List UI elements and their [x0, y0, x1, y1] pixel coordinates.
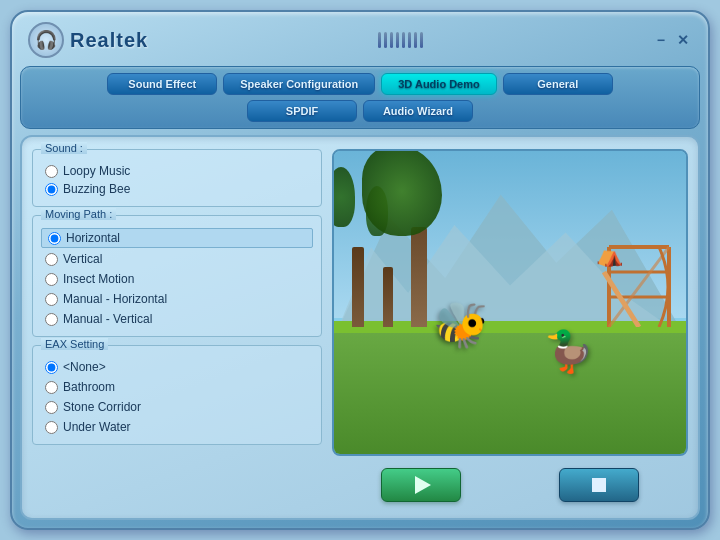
grip-line — [384, 32, 387, 48]
play-icon — [415, 476, 431, 494]
moving-path-title: Moving Path : — [41, 208, 116, 220]
radio-insect-motion-label: Insect Motion — [63, 272, 134, 286]
sound-group: Sound : Loopy Music Buzzing Bee — [32, 149, 322, 207]
scene-tree-trunk-3 — [411, 227, 427, 327]
radio-stone-corridor-label: Stone Corridor — [63, 400, 141, 414]
scene-tree-foliage-3 — [362, 149, 442, 236]
radio-manual-horizontal-label: Manual - Horizontal — [63, 292, 167, 306]
close-button[interactable]: ✕ — [674, 32, 692, 48]
grip-line — [378, 32, 381, 48]
tab-audio-wizard[interactable]: Audio Wizard — [363, 100, 473, 122]
tab-general[interactable]: General — [503, 73, 613, 95]
moving-path-group: Moving Path : Horizontal Vertical Insect… — [32, 215, 322, 337]
scene-container: 🐝 🦆 — [332, 149, 688, 456]
radio-manual-horizontal-input[interactable] — [45, 293, 58, 306]
radio-buzzing-bee[interactable]: Buzzing Bee — [41, 180, 313, 198]
radio-insect-motion-input[interactable] — [45, 273, 58, 286]
logo-icon: 🎧 — [28, 22, 64, 58]
radio-under-water-input[interactable] — [45, 421, 58, 434]
main-content: Sound : Loopy Music Buzzing Bee Moving P… — [20, 135, 700, 520]
main-window: 🎧 Realtek − ✕ Sound Effect Speaker Confi… — [10, 10, 710, 530]
radio-vertical-input[interactable] — [45, 253, 58, 266]
titlebar-grip — [148, 32, 654, 48]
radio-bathroom[interactable]: Bathroom — [41, 378, 313, 396]
stop-button[interactable] — [559, 468, 639, 502]
controls-row — [332, 464, 688, 506]
radio-horizontal-label: Horizontal — [66, 231, 120, 245]
radio-stone-corridor[interactable]: Stone Corridor — [41, 398, 313, 416]
radio-buzzing-bee-input[interactable] — [45, 183, 58, 196]
grip-line — [402, 32, 405, 48]
radio-bathroom-label: Bathroom — [63, 380, 115, 394]
scene-umbrella: ⛺ — [596, 242, 623, 268]
scene-tree-trunk-2 — [383, 267, 393, 327]
radio-vertical-label: Vertical — [63, 252, 102, 266]
logo-text: Realtek — [70, 29, 148, 52]
radio-none-label: <None> — [63, 360, 106, 374]
radio-none-input[interactable] — [45, 361, 58, 374]
radio-loopy-music[interactable]: Loopy Music — [41, 162, 313, 180]
titlebar: 🎧 Realtek − ✕ — [20, 18, 700, 62]
grip-line — [420, 32, 423, 48]
grip-line — [408, 32, 411, 48]
radio-buzzing-bee-label: Buzzing Bee — [63, 182, 130, 196]
radio-loopy-music-input[interactable] — [45, 165, 58, 178]
bee-character: 🐝 — [433, 299, 488, 351]
radio-under-water-label: Under Water — [63, 420, 131, 434]
tabbar-row2: SPDIF Audio Wizard — [29, 100, 691, 122]
titlebar-controls: − ✕ — [654, 32, 692, 48]
logo-area: 🎧 Realtek — [28, 22, 148, 58]
tabbar-row1: Sound Effect Speaker Configuration 3D Au… — [29, 73, 691, 95]
sound-group-title: Sound : — [41, 142, 87, 154]
stop-icon — [592, 478, 606, 492]
eax-group-title: EAX Setting — [41, 338, 108, 350]
radio-stone-corridor-input[interactable] — [45, 401, 58, 414]
minimize-button[interactable]: − — [654, 32, 668, 48]
tab-speaker-config[interactable]: Speaker Configuration — [223, 73, 375, 95]
left-panel: Sound : Loopy Music Buzzing Bee Moving P… — [32, 149, 322, 506]
scene-ground — [334, 327, 686, 454]
scene-tree-trunk-1 — [352, 247, 364, 327]
tab-sound-effect[interactable]: Sound Effect — [107, 73, 217, 95]
radio-vertical[interactable]: Vertical — [41, 250, 313, 268]
radio-bathroom-input[interactable] — [45, 381, 58, 394]
tabbar: Sound Effect Speaker Configuration 3D Au… — [20, 66, 700, 129]
radio-horizontal[interactable]: Horizontal — [41, 228, 313, 248]
tab-3d-audio-demo[interactable]: 3D Audio Demo — [381, 73, 497, 95]
grip-line — [396, 32, 399, 48]
grip-line — [390, 32, 393, 48]
tab-spdif[interactable]: SPDIF — [247, 100, 357, 122]
play-button[interactable] — [381, 468, 461, 502]
radio-under-water[interactable]: Under Water — [41, 418, 313, 436]
radio-manual-vertical-label: Manual - Vertical — [63, 312, 152, 326]
radio-loopy-music-label: Loopy Music — [63, 164, 130, 178]
radio-manual-vertical[interactable]: Manual - Vertical — [41, 310, 313, 328]
eax-group: EAX Setting <None> Bathroom Stone Corrid… — [32, 345, 322, 445]
radio-horizontal-input[interactable] — [48, 232, 61, 245]
radio-manual-horizontal[interactable]: Manual - Horizontal — [41, 290, 313, 308]
right-panel: 🐝 🦆 — [332, 149, 688, 506]
radio-insect-motion[interactable]: Insect Motion — [41, 270, 313, 288]
radio-none[interactable]: <None> — [41, 358, 313, 376]
grip-line — [414, 32, 417, 48]
duck-prop: 🦆 — [544, 328, 594, 375]
radio-manual-vertical-input[interactable] — [45, 313, 58, 326]
